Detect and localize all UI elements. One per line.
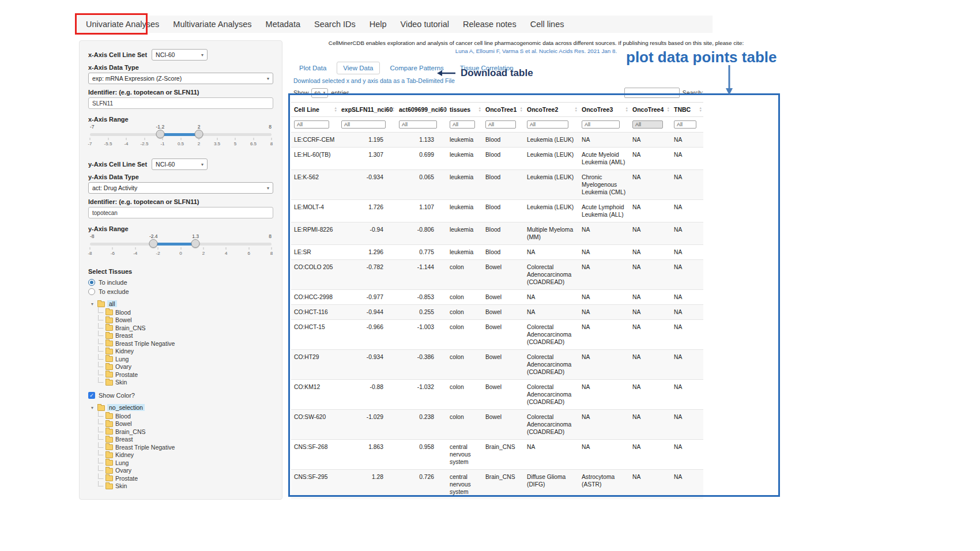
cell-tnbc: NA [671, 470, 703, 500]
y-identifier-input[interactable] [88, 207, 273, 218]
filter-oncotree1[interactable]: All [485, 120, 516, 129]
cell-oncotree4: NA [630, 245, 671, 260]
tree-node-ovary[interactable]: Ovary [98, 467, 273, 475]
cell-oncotree1: Bowel [483, 320, 524, 350]
tree-node-all[interactable]: ▾all [89, 299, 273, 308]
table-row-co-colo-205[interactable]: CO:COLO 205-0.782-1.144colonBowelColorec… [291, 260, 703, 290]
tree-node-skin[interactable]: Skin [98, 482, 273, 490]
sort-icon[interactable]: ▲▼ [575, 107, 578, 112]
table-row-cns-sf-268[interactable]: CNS:SF-2681.8630.958central nervous syst… [291, 440, 703, 470]
tree-node-lung[interactable]: Lung [98, 355, 273, 363]
tree-node-kidney[interactable]: Kidney [98, 451, 273, 459]
show-color-checkbox[interactable]: ✓ Show Color? [88, 391, 273, 400]
tree-node-kidney[interactable]: Kidney [98, 348, 273, 356]
table-row-le-ccrf-cem[interactable]: LE:CCRF-CEM1.1951.133leukemiaBloodLeukem… [291, 133, 703, 148]
tree-node-ovary[interactable]: Ovary [98, 363, 273, 371]
sort-icon[interactable]: ▲▼ [334, 107, 337, 112]
tree-node-breast-triple-negative[interactable]: Breast Triple Negative [98, 443, 273, 451]
filter-oncotree4[interactable]: All [632, 120, 663, 129]
sort-icon[interactable]: ▲▼ [667, 107, 670, 112]
sort-icon[interactable]: ▲▼ [478, 107, 481, 112]
y-axis-data-type-select[interactable]: act: Drug Activity ▾ [88, 182, 273, 194]
table-row-co-ht29[interactable]: CO:HT29-0.934-0.386colonBowelColorectal … [291, 350, 703, 380]
column-header-oncotree2[interactable]: OncoTree2▲▼ [524, 103, 579, 117]
cell-oncotree1: Bowel [483, 260, 524, 290]
filter-cell-line[interactable]: All [294, 120, 329, 129]
search-input[interactable] [624, 88, 680, 98]
nav-item-metadata[interactable]: Metadata [259, 20, 307, 29]
column-header-tnbc[interactable]: TNBC▲▼ [671, 103, 703, 117]
column-header-oncotree1[interactable]: OncoTree1▲▼ [483, 103, 524, 117]
filter-oncotree3[interactable]: All [582, 120, 620, 129]
column-header-expslfn11-nci60[interactable]: expSLFN11_nci60▲▼ [338, 103, 396, 117]
nav-item-multivariate-analyses[interactable]: Multivariate Analyses [166, 20, 258, 29]
tree-node-prostate[interactable]: Prostate [98, 474, 273, 482]
column-header-oncotree3[interactable]: OncoTree3▲▼ [579, 103, 630, 117]
y-axis-cell-line-set-select[interactable]: NCI-60 ▾ [152, 158, 208, 170]
table-row-co-hcc-2998[interactable]: CO:HCC-2998-0.977-0.853colonBowelNANANAN… [291, 290, 703, 305]
nav-item-cell-lines[interactable]: Cell lines [523, 20, 571, 29]
column-header-act609699-nci60[interactable]: act609699_nci60▲▼ [396, 103, 447, 117]
table-row-co-sw-620[interactable]: CO:SW-620-1.0290.238colonBowelColorectal… [291, 410, 703, 440]
column-header-cell-line[interactable]: Cell Line▲▼ [291, 103, 338, 117]
nav-item-search-ids[interactable]: Search IDs [307, 20, 363, 29]
filter-tissues[interactable]: All [450, 120, 475, 129]
filter-expslfn11-nci60[interactable]: All [341, 120, 386, 129]
tree-node-skin[interactable]: Skin [98, 379, 273, 387]
nav-item-video-tutorial[interactable]: Video tutorial [394, 20, 456, 29]
filter-act609699-nci60[interactable]: All [399, 120, 437, 129]
cell-oncotree4: NA [630, 170, 671, 200]
radio-to-include[interactable]: To include [88, 278, 273, 287]
tree-node-breast-triple-negative[interactable]: Breast Triple Negative [98, 339, 273, 348]
tree-node-blood[interactable]: Blood [98, 412, 273, 420]
table-row-cns-sf-295[interactable]: CNS:SF-2951.280.726central nervous syste… [291, 470, 703, 500]
nav-item-help[interactable]: Help [363, 20, 394, 29]
table-row-co-hct-116[interactable]: CO:HCT-116-0.9440.255colonBowelNANANANA [291, 305, 703, 320]
cell-oncotree3: NA [579, 380, 630, 410]
sort-icon[interactable]: ▲▼ [392, 107, 395, 112]
table-row-le-hl-60-tb[interactable]: LE:HL-60(TB)1.3070.699leukemiaBloodLeuke… [291, 148, 703, 170]
table-row-co-hct-15[interactable]: CO:HCT-15-0.966-1.003colonBowelColorecta… [291, 320, 703, 350]
x-identifier-input[interactable] [88, 97, 273, 109]
tree-node-prostate[interactable]: Prostate [98, 371, 273, 379]
tree-node-bowel[interactable]: Bowel [98, 420, 273, 428]
x-axis-cell-line-set-select[interactable]: NCI-60 ▾ [152, 49, 208, 61]
tree-node-brain-cns[interactable]: Brain_CNS [98, 324, 273, 332]
sort-icon[interactable]: ▲▼ [520, 107, 523, 112]
slider-handle-low[interactable] [156, 130, 164, 138]
tree-node-brain-cns[interactable]: Brain_CNS [98, 428, 273, 436]
x-axis-data-type-select[interactable]: exp: mRNA Expression (Z-Score) ▾ [88, 73, 273, 84]
tree-node-lung[interactable]: Lung [98, 459, 273, 467]
nav-item-release-notes[interactable]: Release notes [456, 20, 523, 29]
column-header-tissues[interactable]: tissues▲▼ [447, 103, 483, 117]
radio-to-exclude[interactable]: To exclude [88, 287, 273, 296]
table-row-le-molt-4[interactable]: LE:MOLT-41.7261.107leukemiaBloodLeukemia… [291, 200, 703, 222]
slider-handle-low[interactable] [149, 239, 158, 248]
tab-plot-data[interactable]: Plot Data [293, 62, 332, 74]
sort-icon[interactable]: ▲▼ [625, 107, 628, 112]
y-axis-range-slider[interactable]: -8 8 -2.4 1.3 -8-6-4-202468 [90, 233, 272, 260]
table-row-le-rpmi-8226[interactable]: LE:RPMI-8226-0.94-0.806leukemiaBloodMult… [291, 222, 703, 245]
cell-oncotree4: NA [630, 260, 671, 290]
table-row-le-k-562[interactable]: LE:K-562-0.9340.065leukemiaBloodLeukemia… [291, 170, 703, 200]
filter-tnbc[interactable]: All [674, 120, 696, 129]
tree-node-breast[interactable]: Breast [98, 436, 273, 444]
sort-icon[interactable]: ▲▼ [699, 107, 702, 112]
tab-view-data[interactable]: View Data [337, 62, 379, 74]
tree-node-no-selection[interactable]: ▾no_selection [89, 403, 273, 412]
tree-node-bowel[interactable]: Bowel [98, 316, 273, 324]
table-row-co-km12[interactable]: CO:KM12-0.88-1.032colonBowelColorectal A… [291, 380, 703, 410]
column-header-oncotree4[interactable]: OncoTree4▲▼ [630, 103, 671, 117]
table-row-le-sr[interactable]: LE:SR1.2960.775leukemiaBloodNANANANA [291, 245, 703, 260]
tree-node-breast[interactable]: Breast [98, 332, 273, 340]
page-length-select[interactable]: 60 ▾ [311, 88, 328, 98]
filter-oncotree2[interactable]: All [527, 120, 568, 129]
download-link[interactable]: Download selected x and y axis data as a… [293, 77, 455, 84]
tree-connector [98, 481, 103, 486]
slider-handle-high[interactable] [195, 130, 203, 138]
sort-icon[interactable]: ▲▼ [443, 107, 446, 112]
nav-item-univariate-analyses[interactable]: Univariate Analyses [79, 20, 166, 29]
x-axis-range-slider[interactable]: -7 8 -1.2 2 -7-5.5-4-2.5-10.523.556.58 [90, 124, 272, 150]
tree-node-blood[interactable]: Blood [98, 308, 273, 316]
slider-handle-high[interactable] [191, 239, 200, 248]
